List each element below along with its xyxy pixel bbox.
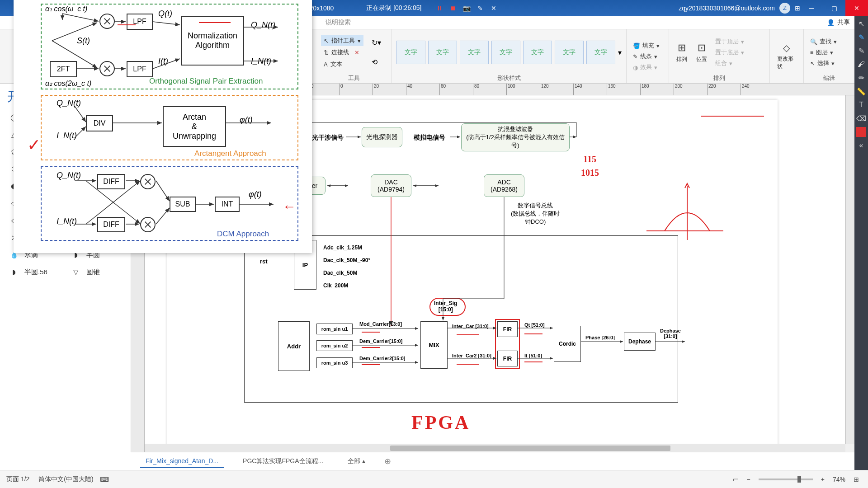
shape-半圆.56[interactable]: ◗半圆.56: [8, 266, 61, 278]
shape-style-7[interactable]: 文字: [586, 41, 615, 64]
ov-div: DIV: [86, 115, 113, 131]
shape-style-5[interactable]: 文字: [523, 41, 552, 64]
select-button[interactable]: ↖选择▾: [808, 58, 839, 68]
ov-qnt3: Q_N(t): [57, 171, 81, 180]
zoom-in-button[interactable]: +: [821, 476, 825, 483]
marker-icon[interactable]: ✏: [856, 73, 866, 83]
shape-icon: ▽: [70, 266, 82, 278]
rom1-block[interactable]: rom_sin u1: [316, 324, 353, 334]
send-back-button[interactable]: 置于底层▾: [713, 47, 746, 57]
red-line-top: [701, 116, 764, 117]
shape-style-2[interactable]: 文字: [428, 41, 457, 64]
shape-style-1[interactable]: 文字: [396, 41, 425, 64]
group-button[interactable]: 组合▾: [713, 58, 746, 68]
connector-tool[interactable]: ⇅连接线✕: [321, 47, 363, 58]
ruler-icon[interactable]: 📏: [856, 86, 866, 96]
fit-page-icon[interactable]: ⊞: [854, 476, 859, 483]
ov-lpf2: LPF: [127, 61, 153, 77]
pen-tool-icon[interactable]: ✎: [856, 32, 866, 42]
color-red-icon[interactable]: [856, 127, 866, 137]
ov-it: I(t): [158, 56, 168, 66]
close-button[interactable]: ✕: [845, 0, 868, 16]
sync-icon[interactable]: ⟲: [372, 58, 381, 66]
rom2-block[interactable]: rom_sin u2: [316, 340, 353, 351]
shape-styles-label: 形状样式: [396, 73, 622, 82]
panel-icon[interactable]: ⊞: [795, 5, 800, 12]
eraser-icon[interactable]: ⌫: [856, 113, 866, 123]
ov-mult1: [99, 14, 115, 29]
dac-block[interactable]: DAC (AD9794): [371, 174, 411, 197]
pointer-tool[interactable]: ↖指针工具▾: [321, 35, 363, 46]
text-tool-icon[interactable]: T: [856, 100, 866, 110]
photodetector-block[interactable]: 光电探测器: [362, 127, 402, 147]
antialias-block[interactable]: 抗混叠滤波器 (防高于1/2采样频率信号被混入有效信号): [461, 123, 570, 151]
bring-front-button[interactable]: 置于顶层▾: [713, 37, 746, 47]
line-button[interactable]: ✎线条▾: [631, 52, 661, 61]
shape-圆锥[interactable]: ▽圆锥: [70, 266, 123, 278]
maximize-button[interactable]: ▢: [823, 0, 845, 16]
ov-diff2: DIFF: [97, 217, 125, 232]
rom3-block[interactable]: rom_sin u3: [316, 357, 353, 368]
red-box-fir: [495, 319, 520, 369]
collapse-icon[interactable]: «: [856, 141, 866, 150]
recording-status: 正在录制 [00:26:05]: [366, 4, 421, 12]
zoom-out-button[interactable]: −: [747, 476, 750, 483]
adc-block[interactable]: ADC (AD9268): [484, 174, 524, 197]
dac-clk90-label: Dac_clk_50M_-90°: [323, 257, 370, 263]
rec-close-icon[interactable]: ✕: [490, 5, 497, 12]
brush-icon[interactable]: 🖌: [856, 59, 866, 69]
cordic-block[interactable]: Cordic: [554, 326, 581, 362]
style-more-icon[interactable]: ▾: [618, 48, 622, 57]
minimize-button[interactable]: ─: [800, 0, 823, 16]
dephase-block[interactable]: Dephase: [624, 333, 656, 351]
tool-close-icon[interactable]: ✕: [354, 49, 359, 56]
mix-block[interactable]: MIX: [420, 321, 448, 369]
arrange-label: 排列: [674, 73, 765, 82]
tab-1[interactable]: Fir_Mix_signed_Atan_D...: [140, 455, 224, 468]
position-button[interactable]: ⊡位置: [693, 42, 710, 63]
camera-icon[interactable]: 📷: [463, 5, 470, 12]
avatar[interactable]: Z: [779, 3, 790, 14]
ov-phi2: φ(t): [249, 190, 262, 199]
keyboard-icon[interactable]: ⌨: [100, 476, 109, 483]
shape-style-4[interactable]: 文字: [491, 41, 520, 64]
fill-button[interactable]: 🪣填充▾: [631, 41, 661, 51]
edit-icon[interactable]: ✎: [476, 5, 484, 12]
tools-group-label: 工具: [321, 73, 387, 82]
h-scrollbar[interactable]: [145, 444, 845, 452]
v-scrollbar[interactable]: [845, 95, 854, 444]
clk200-label: Clk_200M: [323, 282, 348, 289]
shape-style-3[interactable]: 文字: [460, 41, 489, 64]
layer-button[interactable]: ≡图层▾: [808, 47, 839, 57]
language-indicator: 简体中文(中国大陆): [38, 475, 93, 483]
present-icon[interactable]: ▭: [733, 476, 739, 483]
dem-carrier-label: Dem_Carrier[15:0]: [359, 338, 402, 344]
ov-lpf1: LPF: [127, 14, 153, 30]
add-tab-button[interactable]: ⊕: [384, 456, 391, 466]
ov-mult4: [140, 217, 156, 232]
addr-block[interactable]: Addr: [278, 321, 310, 371]
cursor-tool-icon[interactable]: ↖: [856, 19, 866, 28]
ov-st: S(t): [77, 36, 90, 46]
align-button[interactable]: ⊞排列: [674, 42, 690, 63]
dropdown-icon: ▾: [358, 38, 361, 44]
share-button[interactable]: 👤 共享: [827, 19, 850, 27]
stop-icon[interactable]: ⏹: [449, 5, 457, 12]
tab-2[interactable]: PGC算法实现FPGA全流程...: [237, 455, 329, 468]
line-icon: ✎: [633, 53, 638, 60]
pause-icon[interactable]: ⏸: [436, 5, 443, 12]
find-button[interactable]: 🔍查找▾: [808, 37, 839, 47]
zoom-slider[interactable]: [759, 479, 813, 480]
connector-icon: ⇅: [324, 49, 329, 56]
highlighter-icon[interactable]: ✎: [856, 46, 866, 56]
shape-style-6[interactable]: 文字: [555, 41, 584, 64]
effect-button[interactable]: ◑效果▾: [631, 62, 661, 72]
tab-all[interactable]: 全部 ▴: [342, 455, 371, 468]
rotate-icon[interactable]: ↻▾: [372, 38, 381, 47]
account-email[interactable]: zqy2018330301066@outlook.com: [679, 5, 775, 12]
help-search[interactable]: 说明搜索: [326, 19, 351, 27]
change-shape-button[interactable]: ◇更改形状: [774, 42, 799, 70]
text-tool[interactable]: A文本: [321, 59, 363, 70]
status-bar: 页面 1/2 简体中文(中国大陆) ⌨ ▭ − + 74% ⊞: [0, 470, 868, 488]
annotation-fpga: FPGA: [411, 412, 470, 433]
